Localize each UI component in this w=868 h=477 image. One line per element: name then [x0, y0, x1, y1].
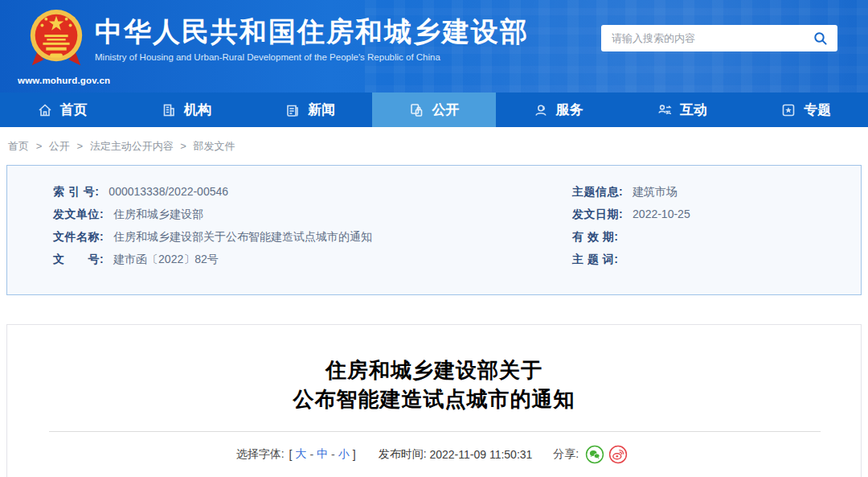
nav-tab-interaction[interactable]: 互动 [620, 93, 743, 127]
news-icon [285, 102, 301, 118]
organization-icon [161, 102, 177, 118]
site-logo: www.mohurd.gov.cn [18, 7, 95, 85]
info-row-issue-date: 发文日期: 2022-10-25 [572, 208, 861, 220]
info-value: 建市函〔2022〕82号 [113, 253, 219, 265]
info-row-issuing-unit: 发文单位: 住房和城乡建设部 [53, 208, 570, 220]
nav-tab-label: 服务 [556, 101, 583, 119]
site-url: www.mohurd.gov.cn [18, 76, 95, 85]
info-label: 文 号: [53, 253, 104, 265]
font-size-medium-button[interactable]: 中 [317, 447, 328, 462]
publish-time-value: 2022-11-09 11:50:31 [429, 448, 532, 461]
breadcrumb-separator: > [36, 140, 43, 152]
info-column-right: 主题信息: 建筑市场 发文日期: 2022-10-25 有 效 期: 主 题 词… [570, 186, 861, 294]
font-size-small-button[interactable]: 小 [338, 447, 350, 462]
breadcrumb-item-home[interactable]: 首页 [8, 140, 29, 152]
topics-icon [780, 102, 796, 118]
main-navigation: 首页 机构 新闻 公开 [0, 93, 868, 127]
info-row-keywords: 主 题 词: [572, 253, 861, 265]
search-icon[interactable] [804, 31, 837, 46]
font-selector-separator: - [309, 448, 313, 461]
home-icon [37, 102, 53, 118]
site-titles: 中华人民共和国住房和城乡建设部 Ministry of Housing and … [95, 17, 529, 62]
info-label: 有 效 期: [572, 230, 618, 243]
nav-tab-disclosure[interactable]: 公开 [372, 93, 496, 127]
breadcrumb-item-statutory-content[interactable]: 法定主动公开内容 [90, 140, 174, 152]
breadcrumb: 首页 > 公开 > 法定主动公开内容 > 部发文件 [0, 127, 868, 162]
nav-tab-services[interactable]: 服务 [496, 93, 620, 127]
service-icon [533, 102, 549, 118]
breadcrumb-separator: > [76, 140, 83, 152]
font-selector-label: 选择字体: [236, 447, 285, 462]
font-selector-bracket-open: [ [289, 448, 293, 461]
nav-tab-label: 公开 [432, 101, 459, 119]
interaction-icon [657, 102, 673, 118]
breadcrumb-item-ministry-documents: 部发文件 [194, 140, 235, 152]
wechat-share-icon[interactable] [585, 445, 604, 464]
info-row-document-number: 文 号: 建市函〔2022〕82号 [53, 253, 570, 265]
national-emblem-icon [27, 60, 86, 74]
nav-tab-label: 机构 [184, 101, 211, 119]
info-row-document-name: 文件名称: 住房和城乡建设部关于公布智能建造试点城市的通知 [53, 231, 570, 243]
article-title: 住房和城乡建设部关于 公布智能建造试点城市的通知 [7, 356, 861, 413]
nav-tab-label: 专题 [804, 101, 831, 119]
info-row-validity: 有 效 期: [572, 231, 861, 243]
info-value: 建筑市场 [633, 185, 678, 198]
nav-tab-label: 新闻 [308, 101, 335, 119]
document-info-box: 索 引 号: 000013338/2022-00546 发文单位: 住房和城乡建… [6, 165, 862, 295]
nav-tab-label: 首页 [60, 101, 88, 119]
site-title: 中华人民共和国住房和城乡建设部 [95, 17, 529, 47]
disclosure-icon [408, 102, 424, 118]
site-subtitle: Ministry of Housing and Urban-Rural Deve… [95, 52, 529, 62]
article-content-box: 住房和城乡建设部关于 公布智能建造试点城市的通知 选择字体: [ 大 - 中 -… [6, 324, 862, 477]
title-divider [49, 431, 821, 432]
info-label: 发文日期: [572, 208, 623, 220]
search-box [601, 25, 837, 51]
publish-time-label: 发布时间: [379, 447, 427, 462]
site-header: www.mohurd.gov.cn 中华人民共和国住房和城乡建设部 Minist… [0, 0, 868, 93]
info-label: 文件名称: [53, 230, 104, 243]
info-label: 索 引 号: [53, 185, 99, 198]
breadcrumb-separator: > [180, 140, 186, 152]
nav-tab-organization[interactable]: 机构 [124, 93, 248, 127]
nav-tab-home[interactable]: 首页 [0, 93, 124, 127]
font-selector-separator: - [331, 448, 335, 461]
info-value: 000013338/2022-00546 [108, 185, 228, 198]
share-label: 分享: [553, 447, 579, 462]
info-value: 2022-10-25 [633, 208, 690, 220]
nav-tab-label: 互动 [680, 101, 707, 119]
font-size-large-button[interactable]: 大 [295, 447, 306, 462]
info-label: 发文单位: [53, 208, 104, 220]
article-title-line2: 公布智能建造试点城市的通知 [7, 384, 861, 413]
info-column-left: 索 引 号: 000013338/2022-00546 发文单位: 住房和城乡建… [7, 186, 570, 294]
info-label: 主题信息: [572, 185, 623, 198]
info-value: 住房和城乡建设部 [113, 208, 203, 220]
breadcrumb-item-disclosure[interactable]: 公开 [49, 140, 70, 152]
font-selector-bracket-close: ] [353, 448, 356, 461]
nav-tab-topics[interactable]: 专题 [744, 93, 868, 127]
info-row-topic-info: 主题信息: 建筑市场 [572, 186, 861, 198]
search-input[interactable] [601, 31, 804, 45]
weibo-share-icon[interactable] [608, 445, 628, 464]
nav-tab-news[interactable]: 新闻 [248, 93, 372, 127]
info-value: 住房和城乡建设部关于公布智能建造试点城市的通知 [113, 230, 372, 243]
info-row-index-number: 索 引 号: 000013338/2022-00546 [53, 186, 570, 198]
article-meta-row: 选择字体: [ 大 - 中 - 小 ] 发布时间: 2022-11-09 11:… [7, 445, 861, 464]
article-title-line1: 住房和城乡建设部关于 [7, 356, 861, 384]
info-label: 主 题 词: [572, 253, 618, 265]
